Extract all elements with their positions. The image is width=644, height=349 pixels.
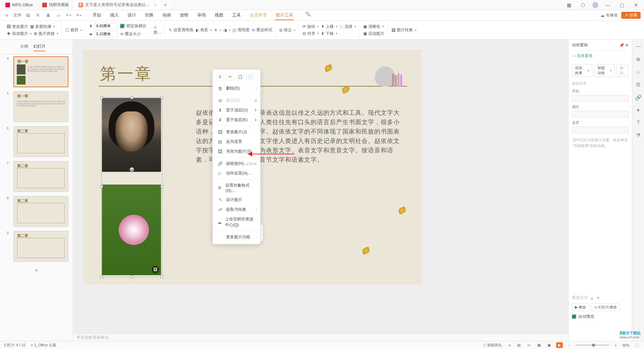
- select-pane-button[interactable]: ▭ 选择窗格: [572, 53, 593, 59]
- menu-start[interactable]: 开始: [92, 11, 102, 20]
- menu-picture-tools[interactable]: 图片工具: [275, 11, 294, 20]
- multi-outline-button[interactable]: ▦ 多图轮播▾: [30, 24, 55, 30]
- tab-add[interactable]: +: [161, 2, 170, 8]
- brightness-icon[interactable]: ☀▾: [214, 28, 221, 33]
- color-button[interactable]: ◐色彩▾: [196, 27, 212, 33]
- cut-icon[interactable]: ✂: [226, 73, 234, 81]
- close-pane-icon[interactable]: ✕: [625, 43, 629, 48]
- thumb-9[interactable]: 9第二章: [0, 229, 73, 264]
- add-slide-button[interactable]: +: [0, 264, 73, 278]
- sel-handle[interactable]: [100, 185, 103, 188]
- picture-join-button[interactable]: ⊞ 图片拼接▾: [34, 31, 58, 37]
- reorder-down-icon[interactable]: ▼: [596, 296, 600, 300]
- thumb-tab-outline[interactable]: 大纲: [20, 44, 28, 51]
- strip-layer-icon[interactable]: ⧉: [635, 81, 642, 88]
- export-icon[interactable]: ⇱: [35, 12, 42, 19]
- set-transparent-button[interactable]: ✎设置透明色: [169, 27, 194, 33]
- strip-tools-icon[interactable]: ⊕: [635, 56, 642, 62]
- strip-puzzle-icon[interactable]: ⧩: [635, 132, 642, 139]
- zoom-in-button[interactable]: +: [613, 343, 618, 347]
- zoom-slider[interactable]: [576, 345, 609, 346]
- tab-menu-icon[interactable]: ⋮: [172, 3, 176, 7]
- sel-handle[interactable]: [130, 96, 133, 99]
- lock-ratio-checkbox[interactable]: [120, 24, 124, 28]
- rp-play-button[interactable]: ▶ 播放: [572, 303, 589, 311]
- contrast-icon[interactable]: ◑▾: [223, 28, 230, 33]
- save-icon[interactable]: 🖫: [25, 12, 32, 19]
- transparency-button[interactable]: ◫ 透明度: [232, 27, 250, 33]
- status-theme[interactable]: ⎋ 1_Office 主题: [31, 343, 56, 348]
- zoom-out-button[interactable]: −: [567, 343, 572, 347]
- reset-size-button[interactable]: ⟲ 重设大小: [120, 31, 141, 37]
- preview-icon[interactable]: ▭: [55, 12, 62, 19]
- menu-tools[interactable]: 工具: [231, 11, 241, 20]
- add-picture-button[interactable]: 🞣 添加图片▾: [7, 31, 32, 37]
- cm-save-as-picture[interactable]: 🖾另存为图片(S): [213, 147, 260, 157]
- pin-icon[interactable]: 📌: [619, 43, 624, 48]
- menu-transition[interactable]: 切换: [144, 11, 154, 20]
- width-input[interactable]: [95, 31, 118, 38]
- sel-handle[interactable]: [161, 185, 163, 188]
- menu-show[interactable]: 放映: [179, 11, 189, 20]
- cm-upload[interactable]: ☁上传至稻壳资源中心(Q): [213, 214, 260, 231]
- sel-handle[interactable]: [100, 276, 103, 278]
- cm-top[interactable]: ⬆置于顶层(U)⬆: [213, 105, 260, 115]
- redo-icon[interactable]: ↷▾: [75, 12, 82, 19]
- cm-action[interactable]: ▷动作设置(A)...: [213, 168, 260, 179]
- paste-icon[interactable]: 📋: [236, 73, 244, 81]
- move-up-button[interactable]: ⬆ 上移▾: [321, 24, 337, 30]
- height-input[interactable]: [95, 23, 118, 30]
- convert-button[interactable]: 🖼图片转换▾: [391, 27, 417, 33]
- cube-icon[interactable]: ⬡: [578, 2, 588, 8]
- cm-bottom[interactable]: ⬇置于底层(K)⬇: [213, 115, 260, 126]
- thumb-tab-slides[interactable]: 幻灯片: [34, 44, 46, 51]
- play-button[interactable]: ▶: [556, 342, 563, 348]
- notes-bar[interactable]: 单击此处添加备注: [73, 334, 568, 341]
- maximize-button[interactable]: ▢: [617, 2, 627, 8]
- strip-help-icon[interactable]: ?: [635, 119, 642, 126]
- crop-button[interactable]: ☐裁剪▾: [65, 27, 82, 33]
- zoom-value[interactable]: 98%: [622, 343, 630, 347]
- select-button[interactable]: ⬚选择▾: [339, 24, 356, 30]
- thumb-8[interactable]: 8第二章: [0, 194, 73, 229]
- auto-preview-checkbox[interactable]: [572, 314, 576, 319]
- cm-hyperlink[interactable]: 🔗超链接(H)...Ctrl+K: [213, 159, 260, 168]
- search-icon[interactable]: 🔍: [305, 11, 311, 17]
- hamburger-icon[interactable]: ≡: [3, 12, 10, 19]
- thumb-4[interactable]: 4第一章文字是人类用符号记录表达信息以传之久远的方式和工具现代文字大多是记录语言…: [0, 54, 73, 89]
- tab-wps[interactable]: WPS Office: [1, 1, 37, 9]
- align-button[interactable]: ⊟ 对齐▾: [303, 31, 319, 37]
- menu-member[interactable]: 会员专享: [249, 11, 268, 20]
- avatar-icon[interactable]: [592, 2, 598, 8]
- rp-property-select[interactable]: [572, 111, 629, 117]
- view-notes-icon[interactable]: ≡: [507, 343, 512, 347]
- copy-icon[interactable]: ⎘: [216, 73, 224, 81]
- modify-badge[interactable]: ☁ 有修改: [600, 12, 618, 18]
- compress-button[interactable]: ▣ 压缩图片: [363, 31, 384, 37]
- cm-set-background[interactable]: ▨设为背景: [213, 137, 260, 147]
- cm-format[interactable]: ⚙设置对象格式(O)...: [213, 181, 260, 195]
- strip-collapse-icon[interactable]: —: [635, 43, 642, 50]
- sel-handle[interactable]: [130, 276, 133, 278]
- view-sorter-icon[interactable]: ▦: [536, 343, 542, 347]
- sel-handle[interactable]: [100, 96, 103, 99]
- smart-anim-button[interactable]: 智能动画 ▾: [594, 64, 615, 77]
- delete-effect-button[interactable]: 删除: [617, 64, 629, 77]
- reorder-up-icon[interactable]: ▲: [590, 296, 594, 300]
- thumb-7[interactable]: 7第二章: [0, 159, 73, 194]
- share-button[interactable]: ↗ 分享: [621, 12, 641, 19]
- thumb-6[interactable]: 6第二章: [0, 124, 73, 159]
- add-effect-button[interactable]: 添加效果 ▾: [572, 64, 592, 77]
- portrait-image[interactable]: [102, 98, 161, 172]
- menu-view[interactable]: 视图: [214, 11, 224, 20]
- rotate-handle-icon[interactable]: ⟳: [129, 167, 134, 172]
- undo-icon[interactable]: ↶▾: [65, 12, 72, 19]
- tab-daoqiao[interactable]: 找稻壳模板: [38, 1, 73, 9]
- effects-button[interactable]: ◇效…: [154, 25, 162, 35]
- file-menu[interactable]: 文件: [13, 12, 21, 18]
- sel-handle[interactable]: [161, 96, 163, 99]
- canvas-area[interactable]: 第一章 赵依依是人类用符号记录表达信息以传之久远的方式和工具。现代文字大多是记录…: [73, 40, 568, 341]
- grid-icon[interactable]: ▦: [564, 2, 574, 8]
- tab-close-icon[interactable]: ×: [154, 3, 157, 7]
- menu-animation[interactable]: 动画: [162, 11, 172, 20]
